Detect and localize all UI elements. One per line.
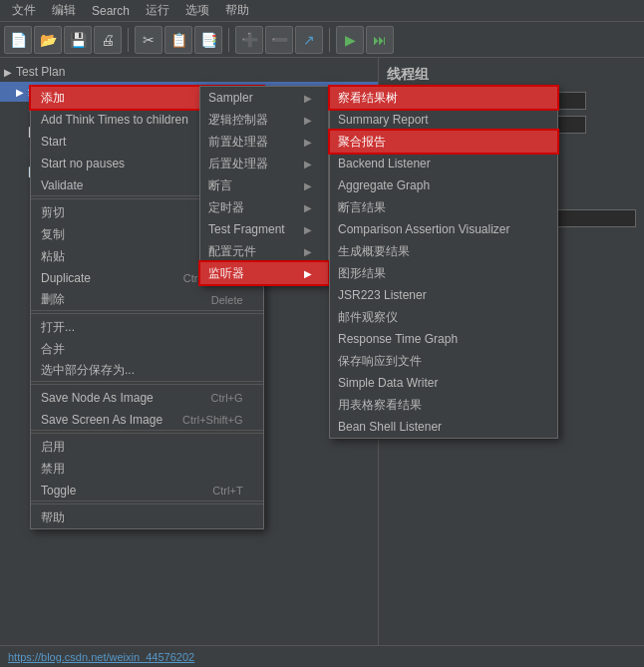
ctx-toggle-label: Toggle (41, 484, 76, 498)
toolbar-nav[interactable]: ↗ (295, 26, 323, 54)
toolbar-sep1 (128, 28, 129, 52)
ctx-open-label: 打开... (41, 319, 75, 336)
mon-generate-summary-label: 生成概要结果 (338, 243, 410, 260)
tree-item-testplan[interactable]: ▶ Test Plan (0, 62, 378, 82)
ctx-start-no-pause-label: Start no pauses (41, 157, 125, 170)
ctx-duplicate-label: Duplicate (41, 271, 91, 285)
ctx-disable[interactable]: 禁用 (31, 458, 263, 480)
sub-sampler-label: Sampler (208, 91, 253, 105)
sub-config[interactable]: 配置元件 ▶ (200, 240, 328, 262)
ctx-help-label: 帮助 (41, 509, 65, 526)
mon-save-response[interactable]: 保存响应到文件 (330, 350, 557, 372)
left-panel: ▶ Test Plan ▶ 线程组 🔧 HTT... 📊 察... (0, 58, 379, 645)
toolbar-cut[interactable]: ✂ (135, 26, 162, 54)
mon-beanshell[interactable]: Bean Shell Listener (330, 416, 557, 438)
sub-pre[interactable]: 前置处理器 ▶ (200, 131, 328, 153)
sub-timer[interactable]: 定时器 ▶ (200, 196, 328, 218)
ctx-delete-shortcut: Delete (211, 294, 243, 306)
mon-comparison-label: Comparison Assertion Visualizer (338, 222, 510, 236)
mon-simple-writer-label: Simple Data Writer (338, 376, 438, 390)
mon-assert-result-label: 断言结果 (338, 199, 386, 216)
toolbar-sep2 (228, 28, 229, 52)
mon-graph-label: 图形结果 (338, 265, 386, 282)
mon-response-time-label: Response Time Graph (338, 332, 458, 346)
toolbar-copy[interactable]: 📋 (164, 26, 192, 54)
ctx-save-screen-shortcut: Ctrl+Shift+G (182, 414, 243, 426)
mon-table-view-label: 用表格察看结果 (338, 397, 422, 414)
mon-jsr223-label: JSR223 Listener (338, 288, 427, 302)
sub-monitor-label: 监听器 (208, 265, 244, 282)
mon-agg-graph[interactable]: Aggregate Graph (330, 174, 557, 196)
mon-view-result-label: 察看结果树 (338, 90, 398, 107)
ctx-delete[interactable]: 删除 Delete (31, 289, 263, 311)
mon-agg-label: 聚合报告 (338, 134, 386, 151)
toolbar-run[interactable]: ▶ (336, 26, 364, 54)
toolbar-remove[interactable]: ➖ (265, 26, 293, 54)
ctx-merge[interactable]: 合并 (31, 338, 263, 360)
sub-post-label: 后置处理器 (208, 156, 268, 172)
status-bar: https://blog.csdn.net/weixin_44576202 (0, 645, 644, 667)
menu-edit[interactable]: 编辑 (44, 0, 84, 21)
toolbar-add[interactable]: ➕ (235, 26, 263, 54)
menu-bar: 文件 编辑 Search 运行 选项 帮助 (0, 0, 644, 22)
ctx-save-selected[interactable]: 选中部分保存为... (31, 360, 263, 382)
menu-options[interactable]: 选项 (177, 0, 217, 21)
toolbar-save[interactable]: 💾 (64, 26, 92, 54)
mon-response-time[interactable]: Response Time Graph (330, 328, 557, 350)
mon-graph[interactable]: 图形结果 (330, 262, 557, 284)
testplan-icon: ▶ (4, 67, 12, 78)
sub-fragment[interactable]: Test Fragment ▶ (200, 218, 328, 240)
mon-summary[interactable]: Summary Report (330, 109, 557, 131)
toolbar-run-all[interactable]: ⏭ (366, 26, 394, 54)
mon-backend[interactable]: Backend Listener (330, 153, 557, 174)
ctx-enable[interactable]: 启用 (31, 436, 263, 458)
menu-run[interactable]: 运行 (138, 0, 177, 21)
mon-mail[interactable]: 邮件观察仪 (330, 306, 557, 328)
menu-file[interactable]: 文件 (4, 0, 44, 21)
mon-agg[interactable]: 聚合报告 (330, 131, 557, 153)
ctx-save-screen-label: Save Screen As Image (41, 413, 162, 427)
ctx-save-screen[interactable]: Save Screen As Image Ctrl+Shift+G (31, 409, 263, 431)
ctx-sep4 (31, 433, 263, 434)
toolbar-open[interactable]: 📂 (34, 26, 62, 54)
mon-jsr223[interactable]: JSR223 Listener (330, 284, 557, 306)
mon-assert-result[interactable]: 断言结果 (330, 196, 557, 218)
sub-config-label: 配置元件 (208, 243, 256, 260)
toolbar-print[interactable]: 🖨 (94, 26, 122, 54)
sub-sampler[interactable]: Sampler ▶ (200, 87, 328, 109)
sub-logic[interactable]: 逻辑控制器 ▶ (200, 109, 328, 131)
sub-fragment-label: Test Fragment (208, 222, 285, 236)
main-window: 文件 编辑 Search 运行 选项 帮助 📄 📂 💾 🖨 ✂ 📋 📑 ➕ ➖ … (0, 0, 644, 667)
menu-search[interactable]: Search (84, 2, 138, 20)
mon-simple-writer[interactable]: Simple Data Writer (330, 372, 557, 394)
mon-comparison[interactable]: Comparison Assertion Visualizer (330, 218, 557, 240)
ctx-help[interactable]: 帮助 (31, 506, 263, 528)
sub-assertion[interactable]: 断言 ▶ (200, 174, 328, 196)
ctx-start-label: Start (41, 135, 66, 149)
ctx-open[interactable]: 打开... (31, 316, 263, 338)
mon-save-response-label: 保存响应到文件 (338, 353, 422, 370)
ctx-enable-label: 启用 (41, 439, 65, 456)
toolbar-paste[interactable]: 📑 (194, 26, 222, 54)
menu-help[interactable]: 帮助 (217, 0, 257, 21)
mon-table-view[interactable]: 用表格察看结果 (330, 394, 557, 416)
sub-logic-arrow: ▶ (304, 115, 312, 126)
submenu-add: Sampler ▶ 逻辑控制器 ▶ 前置处理器 ▶ 后置处理器 ▶ 断言 ▶ (199, 86, 329, 285)
ctx-paste-label: 粘贴 (41, 248, 65, 265)
ctx-disable-label: 禁用 (41, 461, 65, 478)
sub-post[interactable]: 后置处理器 ▶ (200, 153, 328, 174)
ctx-save-node[interactable]: Save Node As Image Ctrl+G (31, 387, 263, 409)
ctx-toggle-shortcut: Ctrl+T (212, 485, 242, 497)
ctx-cut-label: 剪切 (41, 204, 65, 221)
mon-view-result[interactable]: 察看结果树 (330, 87, 557, 109)
sub-timer-arrow: ▶ (304, 202, 312, 213)
sub-config-arrow: ▶ (304, 246, 312, 257)
sub-fragment-arrow: ▶ (304, 224, 312, 235)
ctx-toggle[interactable]: Toggle Ctrl+T (31, 480, 263, 501)
sub-monitor[interactable]: 监听器 ▶ (200, 262, 328, 284)
status-link[interactable]: https://blog.csdn.net/weixin_44576202 (8, 651, 194, 663)
mon-generate-summary[interactable]: 生成概要结果 (330, 240, 557, 262)
toolbar-sep3 (329, 28, 330, 52)
ctx-save-selected-label: 选中部分保存为... (41, 362, 135, 379)
toolbar-new[interactable]: 📄 (4, 26, 32, 54)
